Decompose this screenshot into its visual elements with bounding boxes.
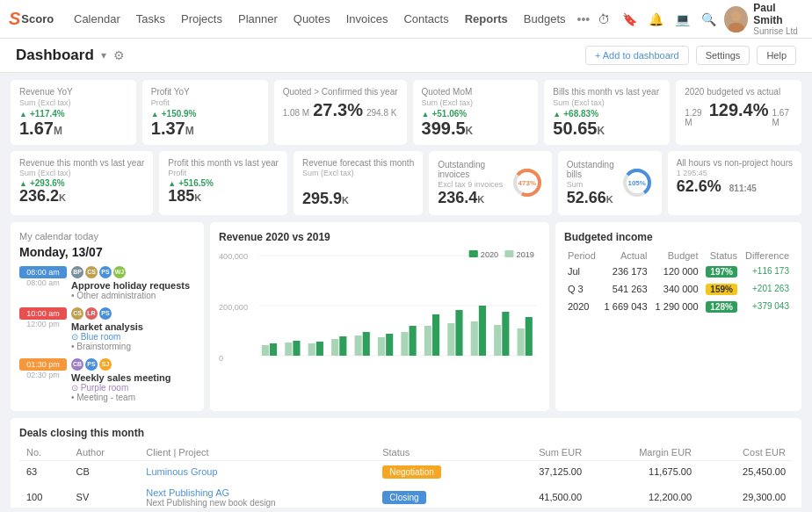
main-content: Revenue YoY Sum (Excl tax) ▲ +117.4% 1.6… (0, 73, 812, 508)
kpi-sub: Sum (Excl tax) (422, 98, 530, 107)
svg-rect-32 (455, 310, 462, 356)
bell-icon[interactable]: 🔔 (646, 8, 667, 31)
kpi-all-hours: All hours vs non-project hours 1 295:45 … (668, 151, 801, 215)
svg-rect-22 (494, 325, 501, 356)
nav-planner[interactable]: Planner (230, 9, 286, 29)
svg-rect-28 (363, 332, 370, 356)
nav-contacts[interactable]: Contacts (395, 9, 456, 29)
kpi-sub: Excl tax 9 invoices (438, 180, 504, 189)
deals-closing-title: Deals closing this month (19, 427, 793, 439)
search-icon[interactable]: 🔍 (698, 8, 719, 31)
kpi-change: +51.06% (431, 109, 467, 119)
kpi-change: +150.9% (162, 109, 197, 119)
kpi-label: Revenue forecast this month (302, 158, 414, 168)
nav-projects[interactable]: Projects (173, 9, 230, 29)
kpi-sub: Sum (567, 180, 614, 189)
kpi-row-2: Revenue this month vs last year Sum (Exc… (11, 151, 801, 215)
kpi-sub: Sum (Excl tax) (302, 169, 414, 177)
kpi-sub: Sum (Excl tax) (19, 98, 127, 107)
chart-title: Revenue 2020 vs 2019 (219, 231, 540, 243)
kpi-value: 236.4K (438, 190, 504, 207)
budget-row-2020: 2020 1 669 043 1 290 000 128% +379 043 (564, 298, 793, 315)
kpi-change: +68.83% (563, 109, 598, 119)
svg-rect-33 (479, 306, 486, 356)
kpi-label: Bills this month vs last year (553, 87, 661, 97)
svg-text:2019: 2019 (517, 250, 534, 259)
kpi-value: 50.65K (553, 119, 661, 138)
kpi-label: Revenue this month vs last year (19, 158, 144, 168)
kpi-label: Quoted MoM (422, 87, 530, 97)
deals-table: No. Author Client | Project Status Sum E… (19, 444, 793, 508)
svg-rect-26 (316, 342, 323, 356)
kpi-label: Outstanding invoices (438, 160, 504, 179)
settings-button[interactable]: Settings (696, 46, 750, 65)
logo[interactable]: S Scoro (9, 9, 66, 29)
nav-tasks[interactable]: Tasks (128, 9, 173, 29)
kpi-rev-month: Revenue this month vs last year Sum (Exc… (11, 151, 153, 215)
kpi-value: 1.67M (19, 119, 127, 138)
kpi-rev-forecast: Revenue forecast this month Sum (Excl ta… (294, 151, 423, 215)
budgeted-income-card: Budgeted income Period Actual Budget Sta… (555, 222, 801, 411)
kpi-profit-month: Profit this month vs last year Profit ▲ … (159, 151, 287, 215)
deals-closing-card: Deals closing this month No. Author Clie… (11, 418, 801, 508)
svg-text:400,000: 400,000 (219, 252, 248, 261)
kpi-quoted-confirmed: Quoted > Confirmed this year 1.08 M 27.3… (274, 80, 407, 145)
kpi-label: Quoted > Confirmed this year (283, 87, 398, 97)
svg-rect-27 (339, 336, 346, 356)
timer-icon[interactable]: ⏱ (593, 8, 614, 31)
kpi-revenue-yoy: Revenue YoY Sum (Excl tax) ▲ +117.4% 1.6… (11, 80, 136, 145)
kpi-value: 185K (168, 188, 279, 206)
cal-event-2: 10:00 am 12:00 pm CS LR PS Market analys… (19, 307, 195, 351)
nav-reports[interactable]: Reports (457, 9, 516, 29)
svg-rect-17 (378, 337, 385, 356)
kpi-label: 2020 budgeted vs actual (685, 87, 793, 97)
svg-rect-29 (386, 334, 393, 356)
top-nav: S Scoro Calendar Tasks Projects Planner … (0, 0, 812, 39)
svg-rect-35 (526, 317, 533, 356)
middle-row: My calendar today Monday, 13/07 08:00 am… (11, 222, 801, 411)
svg-rect-23 (518, 328, 525, 356)
user-avatar[interactable] (724, 6, 748, 32)
screen-icon[interactable]: 💻 (671, 8, 692, 31)
kpi-value: 236.2K (19, 188, 144, 206)
svg-point-1 (729, 22, 744, 32)
nav-budgets[interactable]: Budgets (516, 9, 574, 29)
filter-icon[interactable]: ⚙ (113, 48, 125, 62)
kpi-quoted-mom: Quoted MoM Sum (Excl tax) ▲ +51.06% 399.… (413, 80, 539, 145)
svg-rect-24 (270, 343, 277, 356)
svg-rect-34 (502, 312, 509, 356)
kpi-label: Profit YoY (151, 87, 259, 97)
kpi-label: Revenue YoY (19, 87, 127, 97)
nav-invoices[interactable]: Invoices (338, 9, 396, 29)
help-button[interactable]: Help (757, 46, 796, 65)
dropdown-icon[interactable]: ▾ (101, 49, 106, 61)
kpi-bills: Bills this month vs last year Sum (Excl … (544, 80, 670, 145)
svg-rect-19 (424, 326, 431, 356)
svg-rect-25 (293, 341, 300, 356)
nav-more-icon[interactable]: ••• (574, 9, 594, 30)
nav-quotes[interactable]: Quotes (286, 9, 338, 29)
svg-point-0 (731, 11, 741, 20)
deal-row-63: 63 CB Luminous Group Negotiation 37,125.… (19, 460, 793, 482)
cal-event-3: 01:30 pm 02:30 pm CB PS SJ Weekly sales … (19, 358, 195, 402)
add-to-dashboard-button[interactable]: + Add to dashboard (585, 46, 689, 65)
svg-rect-36 (469, 250, 478, 257)
donut-chart-invoices: 473% (511, 167, 543, 198)
deal-row-100: 100 SV Next Publishing AG Next Publishin… (19, 482, 793, 508)
bookmark-icon[interactable]: 🔖 (620, 8, 641, 31)
kpi-label: All hours vs non-project hours (677, 158, 793, 168)
svg-rect-30 (410, 326, 417, 356)
svg-text:2020: 2020 (481, 250, 498, 259)
nav-calendar[interactable]: Calendar (66, 9, 128, 29)
user-info[interactable]: Paul Smith Sunrise Ltd (753, 2, 803, 37)
svg-text:0: 0 (219, 354, 223, 363)
nav-links: Calendar Tasks Projects Planner Quotes I… (66, 9, 593, 30)
kpi-change: +117.4% (30, 109, 65, 119)
chart-area: 400,000 200,000 0 (219, 249, 540, 385)
user-company: Sunrise Ltd (753, 26, 803, 36)
svg-rect-31 (432, 314, 439, 356)
kpi-label: Outstanding bills (567, 160, 614, 179)
svg-rect-15 (331, 339, 338, 356)
user-name: Paul Smith (753, 2, 803, 27)
svg-rect-18 (401, 332, 408, 356)
